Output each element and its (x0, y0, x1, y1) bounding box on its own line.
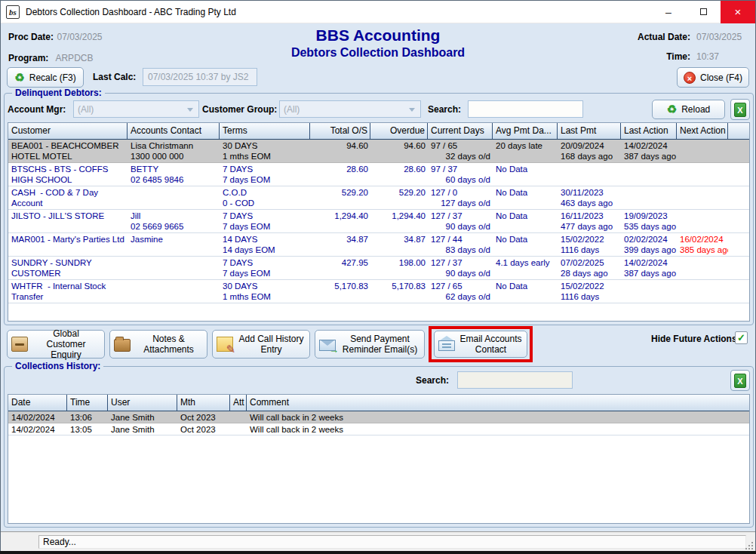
window-titlebar: bs Debtors Collection Dashboard - ABC Tr… (1, 1, 755, 23)
close-f4-button[interactable]: ×Close (F4) (677, 67, 749, 88)
minimize-button[interactable]: – (651, 1, 686, 23)
column-header-user[interactable]: User (108, 395, 177, 411)
export-excel-button[interactable]: X (730, 99, 750, 120)
cell-avg: 20 days late (493, 140, 558, 162)
cell-filler (728, 186, 749, 209)
cell-line: 399 days ago (624, 245, 675, 255)
email-accounts-contact-button[interactable]: Email Accounts Contact (434, 331, 527, 358)
column-header-date[interactable]: Date (8, 395, 67, 411)
cell-last_action (621, 280, 677, 303)
column-header-last_action[interactable]: Last Action (621, 123, 677, 139)
cell-line: 02/02/2024 (624, 234, 675, 245)
cell-next_action (677, 186, 728, 209)
cell-line: 62 days o/d (431, 291, 490, 302)
cell-line: 16/11/2023 (561, 211, 619, 221)
column-header-time[interactable]: Time (67, 395, 108, 411)
cell-terms: C.O.D0 - COD (220, 186, 310, 209)
cell-comment: Will call back in 2 weeks (247, 411, 749, 423)
hide-future-actions-label: Hide Future Actions: (651, 334, 740, 344)
column-header-mth[interactable]: Mth (177, 395, 230, 411)
column-header-next_action[interactable]: Next Action (677, 123, 728, 139)
send-payment-reminder-email-s-button[interactable]: Send Payment Reminder Email(s) (315, 330, 425, 359)
annotation-highlight: Email Accounts Contact (429, 326, 533, 362)
cell-line: 02 6485 9846 (131, 174, 217, 185)
column-header-customer[interactable]: Customer (8, 123, 128, 139)
column-header-terms[interactable]: Terms (220, 123, 310, 139)
status-bar: Ready... (1, 531, 755, 552)
table-row[interactable]: SUNDRY - SUNDRYCUSTOMER7 DAYS7 days EOM4… (8, 257, 749, 280)
table-row[interactable]: 14/02/202413:06Jane SmithOct 2023Will ca… (8, 411, 749, 423)
cell-line: MAR001 - Marty's Parties Ltd (11, 234, 125, 245)
cell-line: BEA001 - BEACHCOMBER (11, 140, 125, 151)
window-title: Debtors Collection Dashboard - ABC Tradi… (26, 7, 236, 17)
delinquent-debtors-group: Delinquent Debtors: Account Mgr: (All) C… (4, 93, 754, 325)
cell-total: 28.60 (310, 163, 370, 186)
cell-last_pmt: 15/02/20221116 days (558, 280, 621, 303)
history-export-excel-button[interactable]: X (730, 370, 750, 391)
cell-line: BTSCHS - BTS - COFFS (11, 164, 125, 174)
cell-line: 94.60 (373, 140, 426, 151)
recycle-icon: ♻ (667, 104, 677, 115)
check-icon: ✓ (737, 332, 745, 343)
column-header-current[interactable]: Current Days (428, 123, 493, 139)
cell-line: Jill (131, 211, 217, 221)
cell-total: 5,170.83 (310, 280, 370, 303)
cell-line: 02 5669 9665 (131, 221, 217, 232)
cell-mth: Oct 2023 (177, 411, 230, 423)
table-row[interactable]: 14/02/202413:05Jane SmithOct 2023Will ca… (8, 423, 749, 436)
table-row[interactable]: JILSTO - JILL'S STOREJill02 5669 96657 D… (8, 210, 749, 233)
column-header-contact[interactable]: Accounts Contact (128, 123, 220, 139)
cell-line: Transfer (11, 291, 125, 302)
table-row[interactable]: MAR001 - Marty's Parties LtdJasmine14 DA… (8, 233, 749, 257)
cell-line: No Data (496, 281, 555, 291)
cell-next_action (677, 257, 728, 279)
background-window-strip (0, 551, 756, 554)
column-header-avg[interactable]: Avg Pmt Da... (493, 123, 558, 139)
cell-terms: 30 DAYS1 mths EOM (220, 280, 310, 303)
close-f4-label: Close (F4) (700, 72, 742, 83)
cell-next_action (677, 140, 728, 162)
search-input[interactable] (468, 100, 583, 118)
cell-filler (728, 257, 749, 279)
cell-contact (128, 186, 220, 209)
column-header-last_pmt[interactable]: Last Pmt (558, 123, 621, 139)
customer-group-select[interactable]: (All) (279, 100, 421, 118)
cell-contact (128, 257, 220, 279)
cell-total: 34.87 (310, 233, 370, 256)
table-row[interactable]: CASH - COD & 7 DayAccountC.O.D0 - COD529… (8, 186, 749, 210)
table-row[interactable]: BEA001 - BEACHCOMBERHOTEL MOTELLisa Chri… (8, 140, 749, 163)
cell-line: HOTEL MOTEL (11, 151, 125, 162)
window-close-button[interactable]: × (721, 1, 755, 23)
action-button-label: Send Payment Reminder Email(s) (340, 334, 424, 355)
cell-terms: 7 DAYS7 days EOM (220, 210, 310, 232)
notes-attachments-button[interactable]: Notes & Attachments (109, 330, 207, 359)
cell-overdue: 28.60 (370, 163, 428, 186)
table-row[interactable]: WHTFR - Internal StockTransfer30 DAYS1 m… (8, 280, 749, 303)
note-icon (217, 337, 233, 352)
cell-customer: JILSTO - JILL'S STORE (8, 210, 128, 232)
cell-last_pmt: 15/02/20221116 days (558, 233, 621, 256)
cell-line: 463 days ago (561, 198, 619, 208)
cell-current: 97 / 3760 days o/d (428, 163, 493, 186)
cell-line: 14 DAYS (223, 234, 308, 245)
cell-line: 5,170.83 (373, 281, 426, 291)
folder-icon (114, 339, 131, 352)
app-window: bs Debtors Collection Dashboard - ABC Tr… (0, 0, 756, 551)
table-row[interactable]: BTSCHS - BTS - COFFSHIGH SCHOOLBETTY02 6… (8, 163, 749, 186)
cell-line: Account (11, 198, 125, 208)
collections-history-group: Collections History: Search: X DateTimeU… (4, 366, 754, 528)
recalc-button[interactable]: ♻Recalc (F3) (7, 67, 84, 88)
column-header-att[interactable]: Att (230, 395, 247, 411)
cell-user: Jane Smith (108, 411, 177, 423)
add-call-history-entry-button[interactable]: Add Call History Entry (212, 330, 310, 359)
resize-grip[interactable] (745, 542, 753, 549)
column-header-overdue[interactable]: Overdue (370, 123, 428, 139)
column-header-comment[interactable]: Comment (247, 395, 749, 411)
hide-future-actions-checkbox[interactable]: ✓ (735, 331, 748, 344)
column-header-total[interactable]: Total O/S (310, 123, 370, 139)
global-customer-enquiry-button[interactable]: Global Customer Enquiry (7, 330, 105, 359)
reload-button[interactable]: ♻Reload (652, 100, 725, 119)
maximize-button[interactable] (686, 1, 721, 23)
account-mgr-select[interactable]: (All) (73, 100, 199, 118)
history-search-input[interactable] (457, 371, 573, 389)
